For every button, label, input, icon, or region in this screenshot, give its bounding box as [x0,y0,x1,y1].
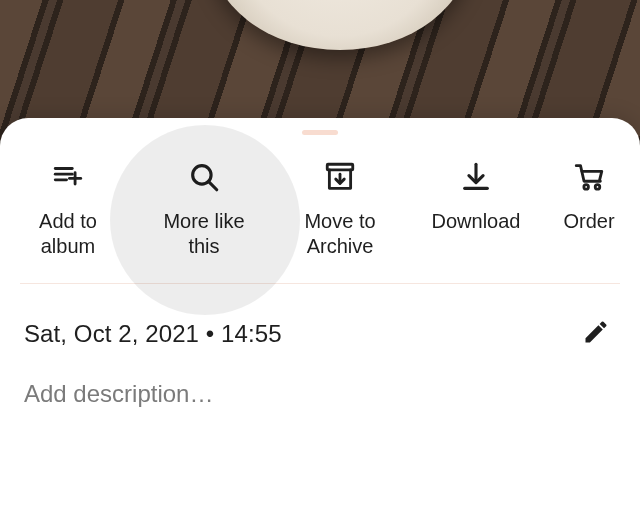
cart-icon [572,159,606,195]
svg-line-6 [209,182,217,190]
playlist-add-icon [51,159,85,195]
search-icon [187,159,221,195]
photo-datetime: Sat, Oct 2, 2021 • 14:55 [24,320,282,348]
svg-point-11 [584,185,589,190]
order-button[interactable]: Order [544,159,634,259]
meta-row: Sat, Oct 2, 2021 • 14:55 [0,284,640,364]
edit-datetime-button[interactable] [576,312,616,356]
photo-subject [210,0,470,50]
description-field[interactable]: Add description… [0,364,640,408]
action-label: More like this [163,209,244,259]
archive-icon [323,159,357,195]
pencil-icon [582,332,610,349]
action-label: Order [563,209,614,234]
action-row: Add to album More like this Move to [0,135,640,279]
move-to-archive-button[interactable]: Move to Archive [272,159,408,259]
svg-point-12 [595,185,600,190]
download-icon [459,159,493,195]
bottom-sheet: Add to album More like this Move to [0,118,640,510]
add-to-album-button[interactable]: Add to album [0,159,136,259]
more-like-this-button[interactable]: More like this [136,159,272,259]
svg-rect-7 [327,164,353,170]
action-label: Add to album [39,209,97,259]
action-label: Move to Archive [304,209,375,259]
download-button[interactable]: Download [408,159,544,259]
action-label: Download [432,209,521,234]
